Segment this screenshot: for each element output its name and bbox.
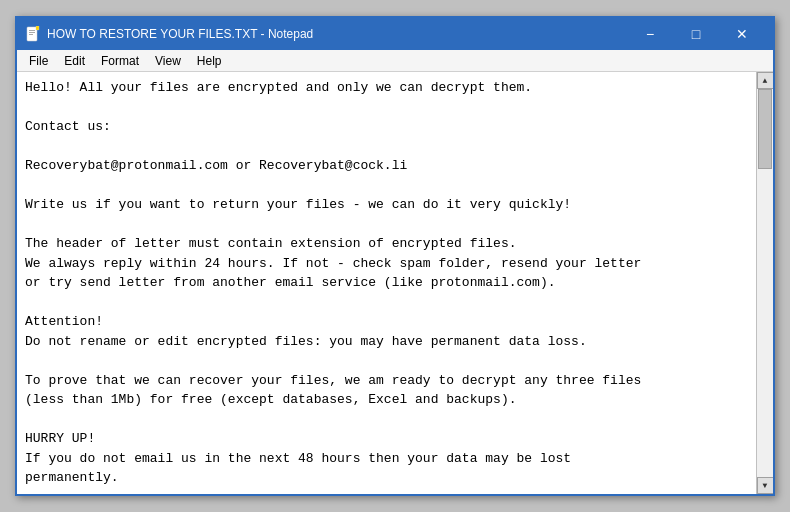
menu-file[interactable]: File [21, 52, 56, 70]
scroll-up-button[interactable]: ▲ [757, 72, 774, 89]
svg-rect-1 [29, 30, 35, 31]
content-area: Hello! All your files are encrypted and … [17, 72, 773, 494]
window-controls: − □ ✕ [627, 18, 765, 50]
title-bar: HOW TO RESTORE YOUR FILES.TXT - Notepad … [17, 18, 773, 50]
svg-rect-4 [36, 26, 39, 30]
vertical-scrollbar: ▲ ▼ [756, 72, 773, 494]
notepad-window: HOW TO RESTORE YOUR FILES.TXT - Notepad … [15, 16, 775, 496]
scrollbar-thumb[interactable] [758, 89, 772, 169]
menu-format[interactable]: Format [93, 52, 147, 70]
maximize-button[interactable]: □ [673, 18, 719, 50]
svg-rect-2 [29, 32, 35, 33]
svg-rect-3 [29, 34, 33, 35]
notepad-icon [25, 26, 41, 42]
close-button[interactable]: ✕ [719, 18, 765, 50]
menu-help[interactable]: Help [189, 52, 230, 70]
text-editor[interactable]: Hello! All your files are encrypted and … [17, 72, 756, 494]
menu-edit[interactable]: Edit [56, 52, 93, 70]
scrollbar-track[interactable] [757, 89, 773, 477]
menu-bar: File Edit Format View Help [17, 50, 773, 72]
menu-view[interactable]: View [147, 52, 189, 70]
scroll-down-button[interactable]: ▼ [757, 477, 774, 494]
window-title: HOW TO RESTORE YOUR FILES.TXT - Notepad [47, 27, 627, 41]
minimize-button[interactable]: − [627, 18, 673, 50]
